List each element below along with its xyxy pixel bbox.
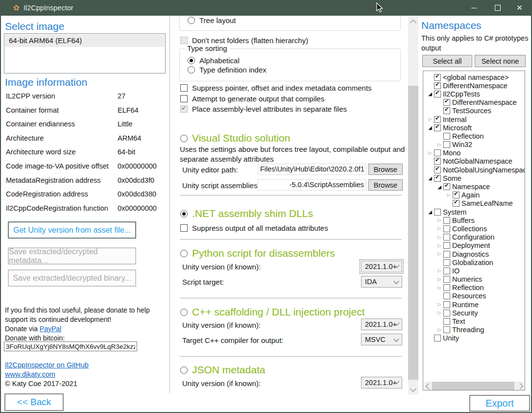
python-script-radio[interactable] <box>180 250 188 257</box>
tree-expand-icon[interactable]: ▷ <box>435 233 443 242</box>
tree-item[interactable]: ▷Diagnostics <box>424 250 525 258</box>
tree-item-label[interactable]: IO <box>452 267 459 275</box>
tree-item[interactable]: NotGlobalNamespace <box>424 157 525 166</box>
tree-checkbox[interactable] <box>443 276 450 283</box>
tree-item[interactable]: ▷Numerics <box>424 275 525 284</box>
tree-collapse-icon[interactable]: ◢ <box>426 123 434 132</box>
json-unity-version-select[interactable]: 2021.1.0+ <box>361 377 402 389</box>
tree-checkbox[interactable] <box>443 99 450 106</box>
tree-item[interactable]: ▷Mono <box>424 149 525 157</box>
select-none-button[interactable]: Select none <box>475 55 526 67</box>
tree-item[interactable]: TestSources <box>424 107 525 115</box>
tree-collapse-icon[interactable]: ◢ <box>435 183 443 191</box>
tree-checkbox[interactable] <box>443 133 450 140</box>
github-link[interactable]: Il2CppInspector on GitHub <box>5 361 89 369</box>
tree-expand-icon[interactable]: ▷ <box>435 216 443 224</box>
tree-checkbox[interactable] <box>434 158 441 165</box>
tree-hscrollbar[interactable] <box>424 382 525 390</box>
tree-item-label[interactable]: Numerics <box>452 275 482 283</box>
tree-item-label[interactable]: Again <box>461 191 480 199</box>
tree-checkbox[interactable] <box>434 175 441 182</box>
tree-item-label[interactable]: Text <box>452 317 465 325</box>
tree-checkbox[interactable] <box>434 74 441 81</box>
tree-checkbox[interactable] <box>443 242 450 249</box>
tree-item-label[interactable]: Win32 <box>452 141 472 148</box>
website-link[interactable]: www.djkaty.com <box>5 370 55 378</box>
tree-item-label[interactable]: Configuration <box>452 233 494 241</box>
tree-checkbox[interactable] <box>434 149 441 156</box>
tree-item-label[interactable]: Globalization <box>452 259 493 267</box>
tree-item[interactable]: ▷Again <box>424 191 525 199</box>
tree-hscrollbar-thumb[interactable] <box>432 382 514 390</box>
tree-expand-icon[interactable]: ▷ <box>435 309 443 317</box>
tree-item[interactable]: ◢Il2CppTests <box>424 90 525 98</box>
tree-item[interactable]: ▷Buffers <box>424 216 525 224</box>
get-unity-version-button[interactable]: Get Unity version from asset file... <box>8 221 136 239</box>
tree-item-label[interactable]: NotGlobalNamespace <box>443 157 512 165</box>
paypal-link[interactable]: PayPal <box>40 325 61 333</box>
tree-item-label[interactable]: Microsoft <box>443 124 472 132</box>
assemblies-path-input[interactable]: -5.0.4\ScriptAssemblies <box>258 179 366 191</box>
tree-expand-icon[interactable]: ▷ <box>435 250 443 258</box>
tree-checkbox[interactable] <box>443 107 450 114</box>
json-metadata-radio[interactable] <box>180 366 188 374</box>
tree-item[interactable]: Unity <box>424 334 525 342</box>
tree-item-label[interactable]: TestSources <box>452 107 491 115</box>
vs-solution-radio[interactable] <box>180 135 188 142</box>
options-scrollbar-thumb[interactable] <box>408 86 418 380</box>
tree-item-label[interactable]: Security <box>452 309 478 317</box>
tree-checkbox[interactable] <box>443 292 450 299</box>
tree-layout-radio[interactable] <box>188 17 195 24</box>
shim-dlls-radio[interactable] <box>180 210 188 218</box>
tree-checkbox[interactable] <box>434 124 441 131</box>
close-button[interactable]: ✕ <box>508 0 531 16</box>
tree-expand-icon[interactable]: ▷ <box>435 267 443 275</box>
tree-item[interactable]: ▷Reflection <box>424 284 525 292</box>
tree-collapse-icon[interactable]: ◢ <box>426 208 434 216</box>
tree-checkbox[interactable] <box>443 234 450 241</box>
editor-path-input[interactable]: Files\Unity\Hub\Editor\2020.2.0f1 <box>258 164 366 175</box>
tree-checkbox[interactable] <box>443 141 450 148</box>
tree-item[interactable]: DifferentNamespace <box>424 98 525 107</box>
tree-checkbox[interactable] <box>443 301 450 308</box>
type-sorting-radio[interactable] <box>188 66 195 73</box>
export-button[interactable]: Export <box>469 395 530 412</box>
tree-item[interactable]: NotGlobalUsingNamespace <box>424 166 525 174</box>
tree-item[interactable]: <global namespace> <box>424 73 525 81</box>
tree-item[interactable]: ◢Microsoft <box>424 123 525 132</box>
type-sorting-radio[interactable] <box>188 57 195 64</box>
suppress-metadata-option[interactable]: Suppress output of all metadata attribut… <box>180 223 328 233</box>
tree-checkbox[interactable] <box>434 335 441 341</box>
tree-item[interactable]: Text <box>424 317 525 325</box>
tree-checkbox[interactable] <box>443 251 450 258</box>
assemblies-path-browse-button[interactable]: Browse <box>368 179 403 191</box>
tree-expand-icon[interactable]: ▷ <box>435 300 443 309</box>
tree-item-label[interactable]: Reflection <box>452 284 484 292</box>
tree-checkbox[interactable] <box>434 91 441 97</box>
script-target-select[interactable]: IDA <box>361 276 402 288</box>
tree-item-label[interactable]: Some <box>443 174 461 182</box>
type-sorting-option[interactable]: Type definition index <box>188 65 266 74</box>
tree-item[interactable]: ▷Security <box>424 309 525 317</box>
image-list-item[interactable]: 64-bit ARM64 (ELF64) <box>5 34 165 47</box>
tree-checkbox[interactable] <box>453 200 459 207</box>
tree-checkbox[interactable] <box>434 82 441 89</box>
maximize-button[interactable] <box>486 0 508 16</box>
image-listbox[interactable]: 64-bit ARM64 (ELF64) <box>4 33 166 73</box>
minimize-button[interactable] <box>463 0 485 16</box>
python-script-option[interactable]: Python script for disassemblers <box>180 246 335 260</box>
tree-item[interactable]: ▷Internal <box>424 115 525 123</box>
tree-item[interactable]: ▷Configuration <box>424 233 525 242</box>
output-option[interactable]: Attempt to generate output that compiles <box>180 94 372 104</box>
tree-expand-icon[interactable]: ▷ <box>435 275 443 284</box>
tree-expand-icon[interactable]: ▷ <box>435 224 443 233</box>
tree-item-label[interactable]: Il2CppTests <box>443 90 480 98</box>
tree-item-label[interactable]: Reflection <box>452 132 484 140</box>
tree-checkbox[interactable] <box>453 192 459 198</box>
tree-checkbox[interactable] <box>443 217 450 224</box>
tree-item-label[interactable]: DifferentNamespace <box>452 98 517 106</box>
tree-collapse-icon[interactable]: ◢ <box>426 174 434 182</box>
tree-item-label[interactable]: Resources <box>452 292 486 300</box>
output-option[interactable]: Suppress pointer, offset and index metad… <box>180 83 372 94</box>
tree-item-label[interactable]: Internal <box>443 116 466 123</box>
